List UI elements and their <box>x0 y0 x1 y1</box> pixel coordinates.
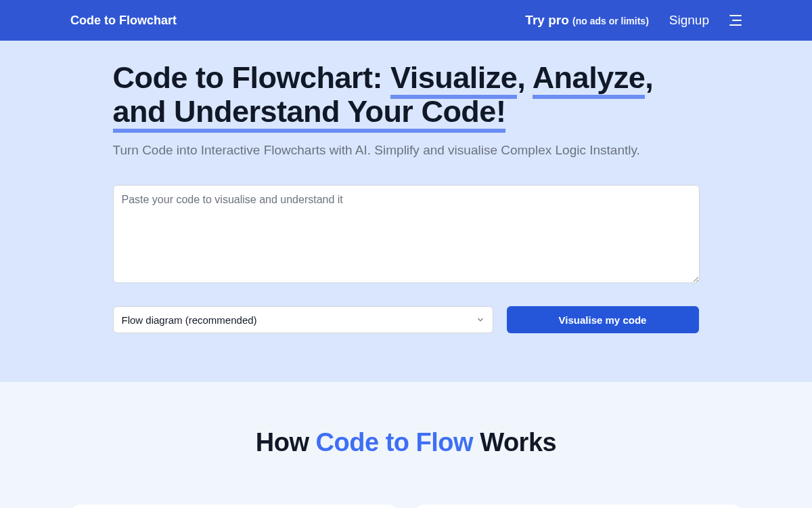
signup-link[interactable]: Signup <box>669 13 709 28</box>
how-it-works-section: How Code to Flow Works <box>0 382 812 508</box>
heading-text-mid2: , <box>645 60 653 95</box>
diagram-type-select[interactable]: Flow diagram (recommended) <box>113 306 493 333</box>
hero-section: Code to Flowchart: Visualize, Analyze, a… <box>0 41 812 382</box>
heading-text-prefix: Code to Flowchart: <box>113 60 391 95</box>
header-nav: Try pro (no ads or limits) Signup <box>525 13 742 28</box>
hamburger-menu-icon[interactable] <box>729 15 742 26</box>
heading-underline-3: and Understand Your Code! <box>113 94 506 133</box>
info-card <box>414 505 742 508</box>
heading-text-mid1: , <box>517 60 532 95</box>
how-accent: Code to Flow <box>316 428 474 457</box>
cards-row <box>0 505 812 508</box>
try-pro-link[interactable]: Try pro (no ads or limits) <box>525 13 648 28</box>
header: Code to Flowchart Try pro (no ads or lim… <box>0 0 812 41</box>
try-pro-sublabel: (no ads or limits) <box>572 16 649 26</box>
page-title: Code to Flowchart: Visualize, Analyze, a… <box>113 61 700 128</box>
logo[interactable]: Code to Flowchart <box>70 14 177 28</box>
how-suffix: Works <box>473 428 556 457</box>
diagram-type-select-wrap: Flow diagram (recommended) <box>113 306 493 333</box>
subheading: Turn Code into Interactive Flowcharts wi… <box>113 143 700 158</box>
how-heading: How Code to Flow Works <box>0 428 812 457</box>
visualise-button[interactable]: Visualise my code <box>507 306 699 333</box>
info-card <box>70 505 398 508</box>
try-pro-label: Try pro <box>525 13 568 27</box>
code-input[interactable] <box>113 185 700 283</box>
heading-underline-1: Visualize <box>390 60 517 99</box>
how-prefix: How <box>256 428 316 457</box>
heading-underline-2: Analyze <box>533 60 646 99</box>
controls-row: Flow diagram (recommended) Visualise my … <box>113 306 700 333</box>
